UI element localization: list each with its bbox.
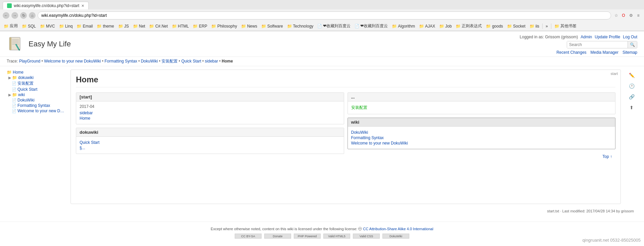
svg-rect-2: [9, 37, 11, 50]
bookmark-linq[interactable]: 📁 Linq: [57, 23, 75, 29]
bookmark-csharpnet[interactable]: 📁 C#.Net: [147, 23, 169, 29]
update-profile-link[interactable]: Update Profile: [595, 35, 620, 39]
start-section: [start] 2017-04 sidebar Home: [76, 92, 344, 124]
opera-icon[interactable]: O: [620, 12, 627, 18]
bookmark-email[interactable]: 📁 Email: [75, 23, 94, 29]
site-name: Easy My Life: [29, 40, 71, 48]
trace-install[interactable]: 安装配置: [162, 59, 178, 64]
sidebar-formatting-link[interactable]: Formatting Syntax: [17, 103, 50, 108]
bookmark-baidu2[interactable]: 📄 ❤收藏到百度云: [353, 23, 389, 30]
sidebar-welcome-link[interactable]: Welcome to your new D…: [17, 109, 64, 113]
home-button[interactable]: ⌂: [29, 12, 36, 19]
bookmark-theme[interactable]: 📁 theme: [95, 23, 116, 29]
bookmark-socket[interactable]: 📁 Socket: [505, 23, 527, 29]
sidebar-home-link[interactable]: Home: [13, 70, 24, 75]
bookmark-other[interactable]: 📁 其他书签: [553, 23, 578, 30]
browser-tab[interactable]: wiki.easymylife.cn/doku.php?id=start ✕: [3, 2, 89, 9]
sidebar-dokuwikipage-link[interactable]: DokuWiki: [17, 98, 35, 102]
sidebar-item-dokuwiki[interactable]: ▶ 📁 dokuwiki: [7, 75, 65, 80]
bookmark-应用[interactable]: 📁 应用: [2, 23, 19, 30]
trace-formatting[interactable]: Formatting Syntax: [104, 59, 137, 64]
tab-close-button[interactable]: ✕: [81, 4, 84, 8]
search-input[interactable]: [567, 41, 628, 48]
forward-button[interactable]: →: [11, 12, 18, 19]
extensions-icon[interactable]: ⚙: [628, 12, 634, 18]
media-manager-link[interactable]: Media Manager: [591, 50, 618, 55]
bookmarks-bar: 📁 应用 📁 SQL 📁 MVC 📁 Linq 📁 Email 📁 theme …: [0, 22, 644, 31]
bookmark-net[interactable]: 📁 Net: [131, 23, 147, 29]
bookmark-solfware[interactable]: 📁 Solfware: [260, 23, 285, 29]
bookmark-news[interactable]: 📁 News: [239, 23, 259, 29]
sidebar-item-install[interactable]: 📄 安装配置: [12, 80, 65, 87]
sidebar-item-dokuwikipage[interactable]: 📄 DokuWiki: [12, 97, 65, 103]
folder-icon: 📁: [40, 24, 45, 29]
welcome-dokuwiki-link[interactable]: Welcome to your new DokuWiki: [351, 141, 612, 146]
sidebar-dokuwiki-link[interactable]: dokuwiki: [18, 75, 34, 80]
bookmark-js[interactable]: 📁 JS: [117, 23, 131, 29]
bookmark-label: SQL: [28, 24, 36, 29]
trace-sidebar[interactable]: sidebar: [205, 59, 218, 64]
top-link[interactable]: Top ↑: [348, 153, 616, 161]
file-info: start.txt · Last modified: 2017/04/28 14…: [0, 207, 644, 215]
logout-link[interactable]: Log Out: [623, 35, 637, 39]
folder-icon: 📁: [12, 75, 17, 80]
footer-license-text: Except where otherwise noted, content on…: [5, 227, 639, 231]
license-link[interactable]: CC Attribution-Share Alike 4.0 Internati…: [363, 227, 433, 231]
sidebar-item-formatting[interactable]: 📄 Formatting Syntax: [12, 103, 65, 108]
bookmark-label: Email: [83, 24, 93, 29]
search-button[interactable]: 🔍: [628, 41, 637, 48]
sitemap-link[interactable]: Sitemap: [623, 50, 637, 55]
bookmark-separator: [542, 24, 543, 29]
bookmark-iis[interactable]: 📁 iis: [528, 23, 541, 29]
bookmark-more[interactable]: »: [544, 23, 550, 29]
sidebar-item-wiki[interactable]: ▶ 📁 wiki: [7, 92, 65, 97]
address-bar[interactable]: [38, 11, 611, 19]
trace-welcome[interactable]: Welcome to your new DokuWiki: [44, 59, 101, 64]
install-link[interactable]: 安装配置: [351, 105, 612, 111]
trace-dokuwiki[interactable]: DokuWiki: [141, 59, 158, 64]
sidebar-link[interactable]: sidebar: [80, 111, 340, 115]
sidebar-item-quickstart[interactable]: 📄 Quick Start: [12, 87, 65, 92]
sidebar-item-welcomepage[interactable]: 📄 Welcome to your new D…: [12, 108, 65, 114]
bookmark-sql[interactable]: 📁 SQL: [20, 23, 38, 29]
bookmark-erp[interactable]: 📁 ERP: [191, 23, 209, 29]
formatting-syntax-link[interactable]: Formatting Syntax: [351, 135, 612, 140]
edit-icon[interactable]: ✏️: [628, 71, 636, 79]
quickstart-link[interactable]: Quick Start: [80, 140, 340, 145]
admin-link[interactable]: Admin: [581, 35, 592, 39]
folder-icon: 📁: [530, 24, 535, 29]
dokuwiki-page-link[interactable]: DokuWiki: [351, 130, 612, 135]
bookmark-technology[interactable]: 📁 Technology: [285, 23, 315, 29]
bookmark-ajax[interactable]: 📁 AJAX: [417, 23, 437, 29]
section-link[interactable]: §...: [80, 146, 340, 150]
bookmark-goods[interactable]: 📁 goods: [484, 23, 505, 29]
logo-image: [7, 35, 25, 53]
history-icon[interactable]: 🕐: [628, 82, 636, 90]
sidebar-quickstart-link[interactable]: Quick Start: [17, 87, 37, 92]
bookmark-baidu1[interactable]: 📄 ❤收藏到百度云: [316, 23, 352, 30]
top-scroll-icon[interactable]: ⬆: [628, 104, 636, 112]
bookmark-separator2: [551, 24, 551, 29]
bookmark-algorithm[interactable]: 📁 Algorithm: [390, 23, 417, 29]
browser-toolbar: ← → ↻ ⌂ ☆ O ⚙ ≡: [0, 9, 644, 22]
bookmark-regex[interactable]: 📁 正则表达式: [454, 23, 484, 30]
sidebar-item-home[interactable]: 📁 Home: [7, 70, 65, 75]
bookmark-mvc[interactable]: 📁 MVC: [38, 23, 57, 29]
bookmark-label: ERP: [199, 24, 207, 29]
bookmark-html[interactable]: 📁 HTML: [170, 23, 191, 29]
trace-playground[interactable]: PlayGround: [19, 59, 40, 64]
home-link[interactable]: Home: [80, 116, 340, 121]
sidebar-wiki-link[interactable]: wiki: [18, 92, 25, 97]
back-button[interactable]: ←: [3, 12, 9, 19]
reload-button[interactable]: ↻: [20, 12, 27, 19]
bookmark-philosophy[interactable]: 📁 Philosophy: [210, 23, 239, 29]
recent-changes-link[interactable]: Recent Changes: [556, 50, 586, 55]
expand-icon: ▶: [8, 76, 11, 80]
menu-icon[interactable]: ≡: [635, 12, 641, 18]
star-icon[interactable]: ☆: [613, 12, 619, 18]
user-info: Logged in as: Grissom (grissom) Admin Up…: [520, 35, 637, 39]
sidebar-install-link[interactable]: 安装配置: [17, 81, 34, 86]
trace-quickstart[interactable]: Quick Start: [181, 59, 201, 64]
links-icon[interactable]: 🔗: [628, 93, 636, 101]
bookmark-job[interactable]: 📁 Job: [438, 23, 453, 29]
